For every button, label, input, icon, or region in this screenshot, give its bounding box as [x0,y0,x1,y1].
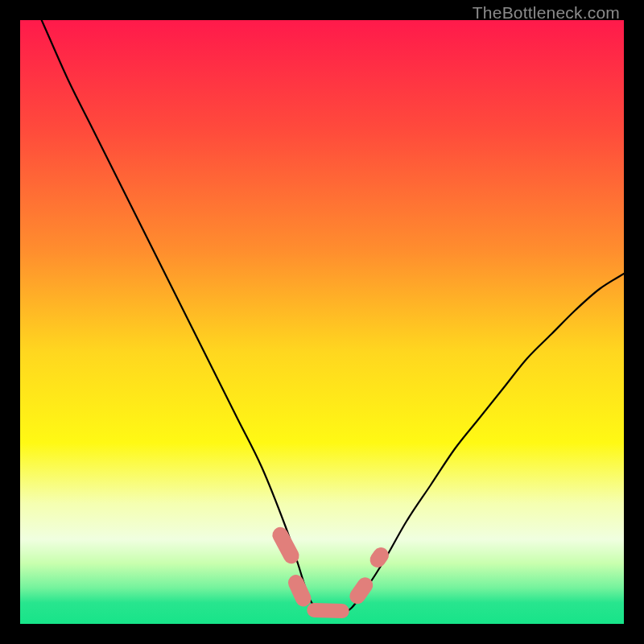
curve-marker [307,603,349,619]
chart-frame: TheBottleneck.com [0,0,644,644]
curve-marker [270,524,302,566]
bottleneck-curve [20,20,624,613]
curve-layer [20,20,624,624]
watermark-text: TheBottleneck.com [473,3,620,23]
curve-markers [270,524,392,618]
plot-area [20,20,624,624]
curve-marker [367,544,392,571]
curve-marker [286,572,314,609]
